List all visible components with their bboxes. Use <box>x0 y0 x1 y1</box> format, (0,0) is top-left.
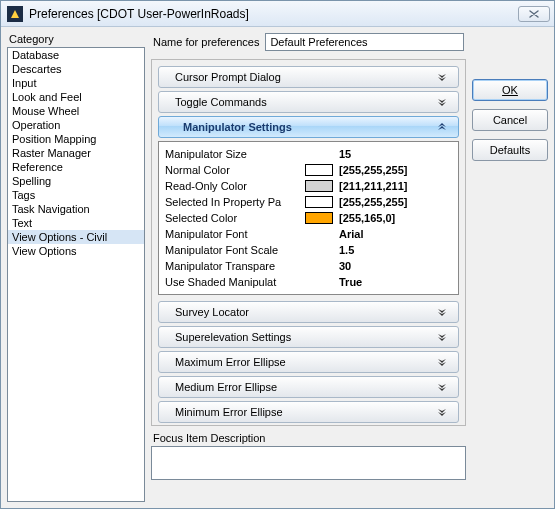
category-item[interactable]: Position Mapping <box>8 132 144 146</box>
row-use-shaded-manipulator[interactable]: Use Shaded Manipulat True <box>165 274 452 290</box>
chevron-down-icon <box>436 96 450 108</box>
button-column: OK Cancel Defaults <box>472 33 548 502</box>
category-item[interactable]: Input <box>8 76 144 90</box>
prop-key: Manipulator Size <box>165 148 305 160</box>
chevron-up-icon <box>436 121 450 133</box>
section-label: Minimum Error Ellipse <box>175 406 436 418</box>
chevron-down-icon <box>436 356 450 368</box>
row-selected-color[interactable]: Selected Color [255,165,0] <box>165 210 452 226</box>
prop-value: True <box>339 276 362 288</box>
color-swatch <box>305 180 333 192</box>
category-label: Category <box>7 33 145 47</box>
row-selected-in-prop-color[interactable]: Selected In Property Pa [255,255,255] <box>165 194 452 210</box>
defaults-button[interactable]: Defaults <box>472 139 548 161</box>
prop-key: Use Shaded Manipulat <box>165 276 305 288</box>
row-manipulator-transparency[interactable]: Manipulator Transpare 30 <box>165 258 452 274</box>
window-title: Preferences [CDOT User-PowerInRoads] <box>29 7 518 21</box>
prop-value: [255,255,255] <box>339 196 408 208</box>
prop-value: Arial <box>339 228 363 240</box>
chevron-down-icon <box>436 306 450 318</box>
color-swatch <box>305 164 333 176</box>
app-icon <box>7 6 23 22</box>
prop-key: Read-Only Color <box>165 180 305 192</box>
focus-item-block: Focus Item Description <box>151 432 466 480</box>
pref-name-input[interactable] <box>265 33 464 51</box>
focus-item-description <box>151 446 466 480</box>
prop-value: [211,211,211] <box>339 180 408 192</box>
window-close-button[interactable] <box>518 6 550 22</box>
section-label: Manipulator Settings <box>183 121 436 133</box>
button-label: Defaults <box>490 144 530 156</box>
section-med-error-ellipse[interactable]: Medium Error Ellipse <box>158 376 459 398</box>
category-item[interactable]: Descartes <box>8 62 144 76</box>
row-manipulator-size[interactable]: Manipulator Size 15 <box>165 146 452 162</box>
section-manipulator-settings[interactable]: Manipulator Settings <box>158 116 459 138</box>
prop-key: Manipulator Transpare <box>165 260 305 272</box>
section-label: Superelevation Settings <box>175 331 436 343</box>
row-manipulator-font-scale[interactable]: Manipulator Font Scale 1.5 <box>165 242 452 258</box>
category-item[interactable]: Tags <box>8 188 144 202</box>
section-max-error-ellipse[interactable]: Maximum Error Ellipse <box>158 351 459 373</box>
client-area: Category DatabaseDescartesInputLook and … <box>1 27 554 508</box>
cancel-button[interactable]: Cancel <box>472 109 548 131</box>
section-cursor-prompt[interactable]: Cursor Prompt Dialog <box>158 66 459 88</box>
section-label: Survey Locator <box>175 306 436 318</box>
chevron-down-icon <box>436 71 450 83</box>
prop-key: Selected In Property Pa <box>165 196 305 208</box>
category-item[interactable]: View Options <box>8 244 144 258</box>
chevron-down-icon <box>436 406 450 418</box>
category-item[interactable]: Text <box>8 216 144 230</box>
prop-key: Manipulator Font Scale <box>165 244 305 256</box>
color-swatch <box>305 212 333 224</box>
category-item[interactable]: Look and Feel <box>8 90 144 104</box>
category-item[interactable]: Task Navigation <box>8 202 144 216</box>
category-item[interactable]: Mouse Wheel <box>8 104 144 118</box>
ok-button[interactable]: OK <box>472 79 548 101</box>
section-stack: Cursor Prompt Dialog Toggle Commands Man… <box>151 59 466 426</box>
section-label: Medium Error Ellipse <box>175 381 436 393</box>
prop-value: [255,165,0] <box>339 212 395 224</box>
prop-value: 30 <box>339 260 351 272</box>
prop-key: Selected Color <box>165 212 305 224</box>
prop-value: [255,255,255] <box>339 164 408 176</box>
row-normal-color[interactable]: Normal Color [255,255,255] <box>165 162 452 178</box>
focus-item-label: Focus Item Description <box>151 432 466 446</box>
category-item[interactable]: View Options - Civil <box>8 230 144 244</box>
preferences-window: Preferences [CDOT User-PowerInRoads] Cat… <box>0 0 555 509</box>
category-item[interactable]: Raster Manager <box>8 146 144 160</box>
prop-key: Normal Color <box>165 164 305 176</box>
section-survey-locator[interactable]: Survey Locator <box>158 301 459 323</box>
section-label: Cursor Prompt Dialog <box>175 71 436 83</box>
prop-value: 1.5 <box>339 244 354 256</box>
pref-name-row: Name for preferences <box>151 33 466 59</box>
chevron-down-icon <box>436 331 450 343</box>
section-superelevation[interactable]: Superelevation Settings <box>158 326 459 348</box>
chevron-down-icon <box>436 381 450 393</box>
color-swatch <box>305 196 333 208</box>
category-item[interactable]: Operation <box>8 118 144 132</box>
section-label: Toggle Commands <box>175 96 436 108</box>
button-label: Cancel <box>493 114 527 126</box>
row-manipulator-font[interactable]: Manipulator Font Arial <box>165 226 452 242</box>
main-panel: Name for preferences Cursor Prompt Dialo… <box>151 33 466 502</box>
manipulator-settings-body: Manipulator Size 15 Normal Color [255,25… <box>158 141 459 295</box>
row-readonly-color[interactable]: Read-Only Color [211,211,211] <box>165 178 452 194</box>
svg-marker-0 <box>11 10 19 18</box>
category-list[interactable]: DatabaseDescartesInputLook and FeelMouse… <box>7 47 145 502</box>
prop-key: Manipulator Font <box>165 228 305 240</box>
category-item[interactable]: Reference <box>8 160 144 174</box>
section-label: Maximum Error Ellipse <box>175 356 436 368</box>
prop-value: 15 <box>339 148 351 160</box>
category-panel: Category DatabaseDescartesInputLook and … <box>7 33 145 502</box>
category-item[interactable]: Spelling <box>8 174 144 188</box>
section-min-error-ellipse[interactable]: Minimum Error Ellipse <box>158 401 459 423</box>
pref-name-label: Name for preferences <box>153 36 259 48</box>
category-item[interactable]: Database <box>8 48 144 62</box>
button-label: OK <box>502 84 518 96</box>
titlebar: Preferences [CDOT User-PowerInRoads] <box>1 1 554 27</box>
section-toggle-commands[interactable]: Toggle Commands <box>158 91 459 113</box>
